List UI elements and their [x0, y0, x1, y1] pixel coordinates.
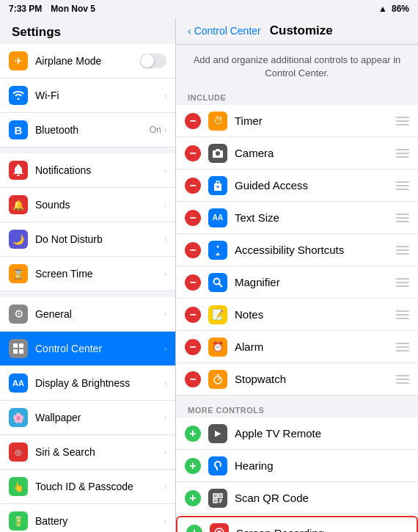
guided-access-label: Guided Access [235, 179, 396, 192]
main-layout: Settings ✈ Airplane Mode Wi-Fi › B Bluet… [0, 18, 418, 532]
controlcenter-label: Control Center [35, 343, 161, 354]
camera-drag-handle[interactable] [396, 149, 409, 158]
sidebar-item-general[interactable]: ⚙ General › [0, 297, 175, 332]
svg-rect-16 [215, 500, 216, 501]
sidebar-item-bluetooth[interactable]: B Bluetooth On › [0, 113, 175, 147]
stopwatch-label: Stopwatch [235, 373, 396, 385]
magnifier-icon [208, 273, 227, 292]
control-item-stopwatch[interactable]: − Stopwatch [176, 363, 418, 396]
text-size-drag-handle[interactable] [396, 214, 409, 222]
sidebar-item-dnd[interactable]: 🌙 Do Not Disturb › [0, 222, 175, 257]
siri-icon: ◎ [9, 442, 28, 462]
more-controls-list: + ▶ Apple TV Remote + Hearing + [176, 418, 418, 532]
display-label: Display & Brightness [35, 377, 161, 389]
control-item-scan-qr[interactable]: + Scan QR Code [176, 482, 418, 514]
screentime-label: Screen Time [35, 268, 161, 280]
control-item-timer[interactable]: − ⏱ Timer [176, 105, 418, 137]
display-icon: AA [9, 374, 28, 393]
wifi-chevron: › [164, 92, 166, 100]
control-item-text-size[interactable]: − AA Text Size [176, 202, 418, 234]
sidebar-item-sounds[interactable]: 🔔 Sounds › [0, 188, 175, 222]
display-chevron: › [164, 379, 166, 387]
remove-stopwatch-btn[interactable]: − [185, 371, 201, 387]
magnifier-drag-handle[interactable] [396, 278, 409, 287]
bluetooth-chevron: › [164, 126, 166, 134]
alarm-drag-handle[interactable] [396, 343, 409, 351]
airplane-toggle[interactable] [140, 54, 166, 68]
sidebar-item-display[interactable]: AA Display & Brightness › [0, 366, 175, 401]
remove-alarm-btn[interactable]: − [185, 339, 201, 355]
airplane-label: Airplane Mode [35, 55, 140, 67]
wifi-label: Wi-Fi [35, 90, 161, 101]
battery-label: Battery [35, 515, 161, 527]
description-text: Add and organize additional controls to … [194, 54, 401, 79]
screen-recording-icon [210, 523, 229, 532]
status-time: 7:33 PM [9, 4, 42, 14]
sounds-chevron: › [164, 201, 166, 209]
remove-magnifier-btn[interactable]: − [185, 274, 201, 291]
sidebar-item-screentime[interactable]: ⌛ Screen Time › [0, 257, 175, 291]
wifi-icon [9, 86, 28, 105]
sidebar-item-touchid[interactable]: 👆 Touch ID & Passcode › [0, 470, 175, 504]
touchid-icon: 👆 [9, 477, 28, 496]
svg-rect-15 [220, 495, 221, 496]
apple-tv-icon: ▶ [208, 424, 227, 443]
sidebar-item-airplane[interactable]: ✈ Airplane Mode [0, 44, 175, 79]
control-item-guided-access[interactable]: − Guided Access [176, 170, 418, 202]
sounds-label: Sounds [35, 199, 161, 211]
stopwatch-drag-handle[interactable] [396, 375, 409, 384]
svg-line-6 [219, 283, 223, 287]
scan-qr-label: Scan QR Code [235, 492, 409, 504]
screentime-chevron: › [164, 270, 166, 278]
status-left: 7:33 PM Mon Nov 5 [9, 4, 95, 14]
add-hearing-btn[interactable]: + [185, 458, 201, 474]
control-item-magnifier[interactable]: − Magnifier [176, 266, 418, 299]
guided-access-drag-handle[interactable] [396, 181, 409, 190]
control-item-screen-recording[interactable]: + Screen Recording [176, 516, 418, 532]
included-list: − ⏱ Timer − Camera − [176, 105, 418, 396]
control-item-alarm[interactable]: − ⏰ Alarm [176, 331, 418, 363]
camera-label: Camera [235, 147, 396, 159]
remove-timer-btn[interactable]: − [185, 113, 201, 129]
svg-rect-3 [19, 349, 23, 354]
remove-text-size-btn[interactable]: − [185, 210, 201, 226]
sidebar-item-notifications[interactable]: Notifications › [0, 153, 175, 188]
dnd-chevron: › [164, 236, 166, 244]
separator-1 [0, 147, 175, 153]
remove-guided-access-btn[interactable]: − [185, 178, 201, 194]
add-apple-tv-btn[interactable]: + [185, 426, 201, 442]
status-day: Mon Nov 5 [51, 4, 95, 14]
camera-icon [208, 144, 227, 163]
remove-accessibility-btn[interactable]: − [185, 242, 201, 258]
notes-label: Notes [235, 308, 396, 321]
accessibility-label: Accessibility Shortcuts [235, 244, 396, 256]
control-item-camera[interactable]: − Camera [176, 137, 418, 170]
dnd-icon: 🌙 [9, 230, 28, 249]
control-item-hearing[interactable]: + Hearing [176, 450, 418, 482]
sidebar-title: Settings [0, 18, 175, 44]
add-screen-recording-btn[interactable]: + [186, 525, 202, 532]
control-item-apple-tv[interactable]: + ▶ Apple TV Remote [176, 418, 418, 450]
add-scan-qr-btn[interactable]: + [185, 490, 201, 506]
sidebar-item-wallpaper[interactable]: 🌸 Wallpaper › [0, 401, 175, 435]
right-header: ‹ Control Center Customize [176, 18, 418, 45]
sidebar-item-controlcenter[interactable]: Control Center › [0, 332, 175, 366]
back-label[interactable]: Control Center [194, 25, 261, 37]
timer-drag-handle[interactable] [396, 117, 409, 125]
sidebar-item-battery[interactable]: 🔋 Battery › [0, 504, 175, 532]
notifications-icon [9, 161, 28, 180]
bluetooth-label: Bluetooth [35, 124, 150, 136]
sidebar-item-siri[interactable]: ◎ Siri & Search › [0, 435, 175, 470]
text-size-icon: AA [208, 208, 227, 227]
svg-rect-1 [19, 343, 23, 348]
sounds-icon: 🔔 [9, 195, 28, 214]
battery-chevron: › [164, 517, 166, 525]
accessibility-drag-handle[interactable] [396, 246, 409, 255]
remove-notes-btn[interactable]: − [185, 307, 201, 323]
scan-qr-icon [208, 489, 227, 508]
remove-camera-btn[interactable]: − [185, 145, 201, 161]
sidebar-item-wifi[interactable]: Wi-Fi › [0, 79, 175, 113]
control-item-accessibility[interactable]: − Accessibility Shortcuts [176, 234, 418, 266]
control-item-notes[interactable]: − 📝 Notes [176, 299, 418, 331]
notes-drag-handle[interactable] [396, 310, 409, 319]
